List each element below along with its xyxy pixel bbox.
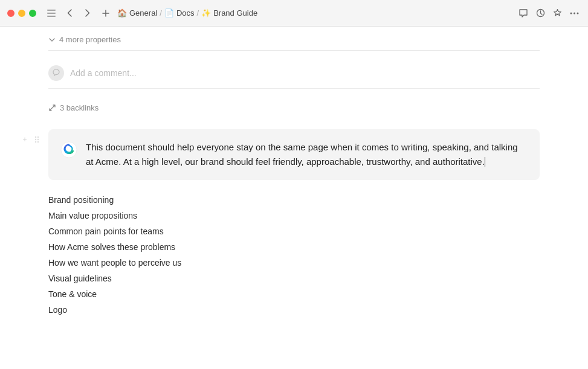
history-button[interactable] <box>534 7 547 20</box>
drag-handle[interactable] <box>31 134 42 145</box>
breadcrumb-sep-1: / <box>160 8 162 18</box>
minimize-button[interactable] <box>18 10 25 17</box>
star-button[interactable] <box>551 7 564 20</box>
breadcrumb: 🏠 General / 📄 Docs / ✨ Brand Guide <box>117 8 512 18</box>
svg-point-10 <box>37 139 39 140</box>
sparkle-icon: ✨ <box>201 8 211 18</box>
toc-item-value-props[interactable]: Main value propositions <box>48 208 540 223</box>
add-block-button[interactable]: + <box>19 134 30 145</box>
toc-item-logo[interactable]: Logo <box>48 302 540 318</box>
svg-rect-1 <box>47 13 56 14</box>
properties-bar[interactable]: 4 more properties <box>48 27 540 51</box>
ai-block-text: This document should help everyone stay … <box>86 140 528 169</box>
toc-item-tone-voice[interactable]: Tone & voice <box>48 286 540 302</box>
svg-point-5 <box>573 12 575 14</box>
titlebar-right <box>517 7 581 20</box>
chat-button[interactable] <box>517 7 530 20</box>
maximize-button[interactable] <box>29 10 36 17</box>
toc-item-pain-points[interactable]: Common pain points for teams <box>48 223 540 239</box>
svg-point-6 <box>577 12 578 14</box>
doc-icon: 📄 <box>164 8 174 18</box>
text-cursor <box>485 157 485 167</box>
comment-input[interactable]: Add a comment... <box>70 68 540 78</box>
svg-rect-2 <box>47 16 56 17</box>
backlinks-bar[interactable]: 3 backlinks <box>48 97 540 118</box>
toc-item-visual-guidelines[interactable]: Visual guidelines <box>48 271 540 286</box>
svg-point-7 <box>35 136 36 138</box>
ai-icon <box>60 141 77 158</box>
close-button[interactable] <box>7 10 15 17</box>
svg-point-9 <box>35 139 36 140</box>
add-button[interactable] <box>99 7 112 20</box>
titlebar: 🏠 General / 📄 Docs / ✨ Brand Guide <box>0 0 588 27</box>
chevron-down-icon <box>48 36 56 43</box>
block-controls: + <box>19 134 42 145</box>
home-icon: 🏠 <box>117 8 127 18</box>
breadcrumb-docs[interactable]: 📄 Docs <box>164 8 195 18</box>
menu-button[interactable] <box>45 7 58 20</box>
forward-button[interactable] <box>81 7 94 20</box>
ai-block-row: + <box>48 129 540 180</box>
svg-point-4 <box>570 12 572 14</box>
backlinks-label: 3 backlinks <box>60 103 99 112</box>
more-button[interactable] <box>567 7 581 20</box>
breadcrumb-brand-guide[interactable]: ✨ Brand Guide <box>201 8 257 18</box>
breadcrumb-sep-2: / <box>197 8 199 18</box>
svg-point-8 <box>37 136 39 138</box>
content-area: 4 more properties Add a comment... 3 bac… <box>0 27 588 369</box>
svg-point-12 <box>37 141 39 143</box>
breadcrumb-brand-guide-label: Brand Guide <box>213 8 257 18</box>
comment-icon <box>52 69 60 77</box>
svg-point-11 <box>35 141 36 143</box>
toc-item-brand-positioning[interactable]: Brand positioning <box>48 192 540 208</box>
svg-rect-0 <box>47 10 56 11</box>
breadcrumb-home-label: General <box>129 8 157 18</box>
toc-list: Brand positioning Main value proposition… <box>48 192 540 318</box>
traffic-lights <box>7 10 36 17</box>
breadcrumb-home[interactable]: 🏠 General <box>117 8 157 18</box>
main: 4 more properties Add a comment... 3 bac… <box>0 27 588 369</box>
properties-label: 4 more properties <box>59 35 121 44</box>
toc-item-how-acme-solves[interactable]: How Acme solves these problems <box>48 239 540 255</box>
ai-block: This document should help everyone stay … <box>48 129 540 180</box>
toc-item-perceive[interactable]: How we want people to perceive us <box>48 255 540 271</box>
back-button[interactable] <box>63 7 76 20</box>
backlink-icon <box>48 104 56 112</box>
breadcrumb-docs-label: Docs <box>176 8 195 18</box>
comment-area: Add a comment... <box>48 58 540 89</box>
comment-avatar <box>48 65 64 81</box>
